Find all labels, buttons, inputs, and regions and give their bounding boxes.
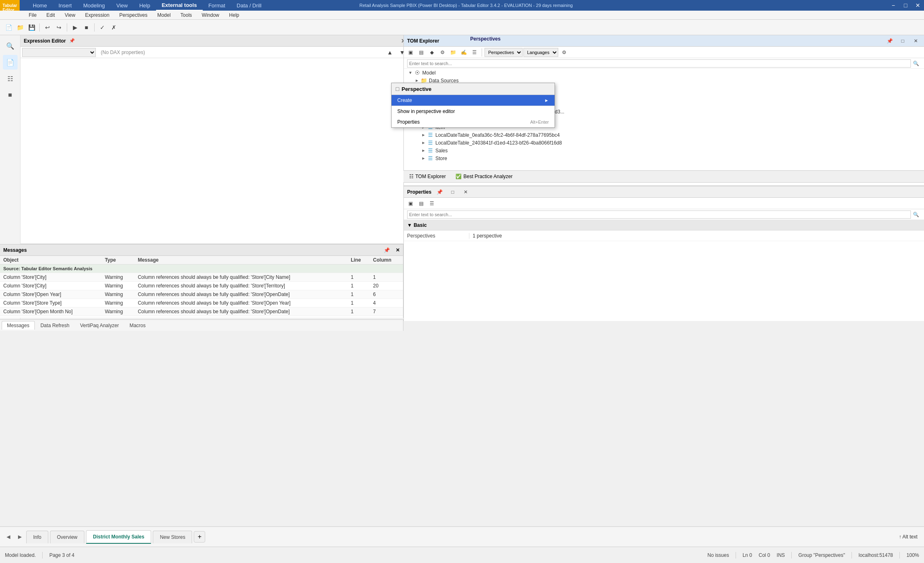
props-search-input[interactable] <box>407 210 911 219</box>
msg-msg-4: Column references should always be fully… <box>134 308 347 316</box>
tom-search-input[interactable] <box>407 59 911 68</box>
perspectives-dropdown[interactable]: Perspectives <box>485 48 523 57</box>
tom-tb-3[interactable]: ◆ <box>427 48 437 57</box>
props-section-label: Basic <box>414 222 427 228</box>
toolbar-run[interactable]: ▶ <box>70 22 80 33</box>
nav-next[interactable]: ▶ <box>15 532 25 542</box>
add-page-button[interactable]: + <box>194 531 205 543</box>
page-tab-overview[interactable]: Overview <box>50 531 84 543</box>
languages-dropdown[interactable]: Languages <box>523 48 558 57</box>
toolbar-cancel[interactable]: ✗ <box>109 22 119 33</box>
alt-text-button[interactable]: ↑ Alt text <box>896 532 921 541</box>
close-button[interactable]: ✕ <box>912 1 924 9</box>
te-menu-file[interactable]: File <box>25 11 41 19</box>
nav-prev[interactable]: ◀ <box>3 532 13 542</box>
tab-best-practice-icon: ✅ <box>455 174 462 179</box>
msg-line-3: 1 <box>347 299 369 308</box>
messages-panel: Messages 📌 ✕ Object Type Message Line Co… <box>0 244 403 318</box>
toolbar-check[interactable]: ✓ <box>97 22 108 33</box>
tree-model-label: Model <box>422 70 436 76</box>
props-search-button[interactable]: 🔍 <box>911 210 921 219</box>
tree-model[interactable]: ▼ ☉ Model <box>404 69 924 77</box>
tree-table-6-label: Store <box>435 156 447 161</box>
toolbar-save[interactable]: 💾 <box>26 22 37 33</box>
status-no-issues: No issues <box>707 552 729 558</box>
tree-table-3[interactable]: ► ☰ LocalDateTable_0eafa36c-5fc2-4b6f-84… <box>404 131 924 139</box>
te-menu-edit[interactable]: Edit <box>42 11 59 19</box>
perspectives-header-label: Perspectives <box>467 35 504 43</box>
tree-table-3-icon: ☰ <box>427 132 434 138</box>
te-menu-view[interactable]: View <box>61 11 79 19</box>
page-info: Page 3 of 4 <box>49 552 74 558</box>
col-header-object: Object <box>0 256 102 265</box>
page-tabs-bar: ◀ ▶ Info Overview District Monthly Sales… <box>0 526 924 547</box>
pin-icon[interactable]: 📌 <box>69 38 75 43</box>
te-menu-perspectives[interactable]: Perspectives <box>115 11 152 19</box>
sidebar-search-icon[interactable]: 🔍 <box>3 38 18 53</box>
bp-tab-datarefresh[interactable]: Data Refresh <box>36 321 75 330</box>
tom-tb-7[interactable]: ☰ <box>469 48 479 57</box>
msg-type-3: Warning <box>102 299 135 308</box>
expr-nav-prev[interactable]: ▲ <box>385 47 395 58</box>
tom-tb-2[interactable]: ▤ <box>416 48 426 57</box>
tom-tb-5[interactable]: 📁 <box>448 48 458 57</box>
msg-obj-2: Column 'Store'[Open Year] <box>0 290 102 299</box>
props-tb-1[interactable]: ▣ <box>405 199 415 208</box>
props-popout-button[interactable]: □ <box>448 188 457 197</box>
ctx-menu-header: □ Perspective <box>392 83 555 95</box>
properties-title-label: Properties <box>407 189 431 195</box>
props-tb-3[interactable]: ☰ <box>427 199 437 208</box>
toolbar-undo[interactable]: ↩ <box>42 22 53 33</box>
tree-table-4[interactable]: ► ☰ LocalDateTable_2403841f-d1ed-4123-bf… <box>404 139 924 147</box>
bp-tab-vertipaq[interactable]: VertiPaq Analyzer <box>75 321 124 330</box>
props-close-button[interactable]: ✕ <box>461 188 471 197</box>
bp-tab-macros[interactable]: Macros <box>125 321 150 330</box>
te-menu-help[interactable]: Help <box>225 11 243 19</box>
minimize-button[interactable]: − <box>887 1 899 9</box>
page-tab-newstores[interactable]: New Stores <box>153 531 192 543</box>
tom-pin-button[interactable]: 📌 <box>885 36 895 45</box>
expression-dropdown[interactable] <box>22 48 96 57</box>
te-menu-window[interactable]: Window <box>198 11 224 19</box>
tree-table-6[interactable]: ► ☰ Store <box>404 154 924 162</box>
tom-close-button[interactable]: ✕ <box>911 36 921 45</box>
tom-tb-6[interactable]: ✍ <box>459 48 469 57</box>
page-tab-info[interactable]: Info <box>26 531 48 543</box>
toolbar-stop[interactable]: ■ <box>81 22 92 33</box>
ctx-item-create[interactable]: Create ► <box>392 95 555 106</box>
sidebar-table-icon[interactable]: 📄 <box>3 55 18 70</box>
te-menu-model[interactable]: Model <box>153 11 175 19</box>
props-val-perspectives: 1 perspective <box>469 233 505 239</box>
tom-tb-4[interactable]: ⚙ <box>437 48 447 57</box>
tom-settings-icon[interactable]: ⚙ <box>559 48 569 57</box>
ctx-item-show[interactable]: Show in perspective editor <box>392 106 555 117</box>
te-menu-expression[interactable]: Expression <box>81 11 113 19</box>
messages-close-icon[interactable]: ✕ <box>396 247 400 253</box>
toolbar-new[interactable]: 📄 <box>3 22 14 33</box>
tom-tb-1[interactable]: ▣ <box>405 48 415 57</box>
msg-obj-4: Column 'Store'[Open Month No] <box>0 308 102 316</box>
tom-toolbar: ▣ ▤ ◆ ⚙ 📁 ✍ ☰ Perspectives Languages ⚙ <box>404 47 924 58</box>
toolbar-redo[interactable]: ↪ <box>54 22 64 33</box>
messages-pin-icon[interactable]: 📌 <box>384 247 390 253</box>
props-toolbar: ▣ ▤ ☰ <box>404 198 924 209</box>
status-sep-1 <box>42 552 43 558</box>
tab-tom-explorer[interactable]: ☷ TOM Explorer <box>405 172 450 181</box>
page-tab-district[interactable]: District Monthly Sales <box>86 530 151 544</box>
sidebar-chart-icon[interactable]: ☷ <box>3 71 18 86</box>
ctx-item-properties[interactable]: Properties Alt+Enter <box>392 117 555 127</box>
props-section-basic[interactable]: ▼ Basic <box>404 220 924 231</box>
tab-best-practice[interactable]: ✅ Best Practice Analyzer <box>451 172 516 181</box>
tom-popout-button[interactable]: □ <box>898 36 908 45</box>
bp-tab-messages[interactable]: Messages <box>2 321 35 330</box>
bottom-panel-tabs: Messages Data Refresh VertiPaq Analyzer … <box>0 319 403 331</box>
props-pin-button[interactable]: 📌 <box>435 188 444 197</box>
tom-search-button[interactable]: 🔍 <box>911 59 921 68</box>
tree-table-5[interactable]: ► ☰ Sales <box>404 147 924 154</box>
restore-button[interactable]: □ <box>899 1 912 9</box>
te-menu-tools[interactable]: Tools <box>177 11 196 19</box>
ctx-item-show-label: Show in perspective editor <box>397 109 455 114</box>
sidebar-model-icon[interactable]: ■ <box>3 88 18 102</box>
toolbar-open[interactable]: 📁 <box>15 22 25 33</box>
props-tb-2[interactable]: ▤ <box>416 199 426 208</box>
